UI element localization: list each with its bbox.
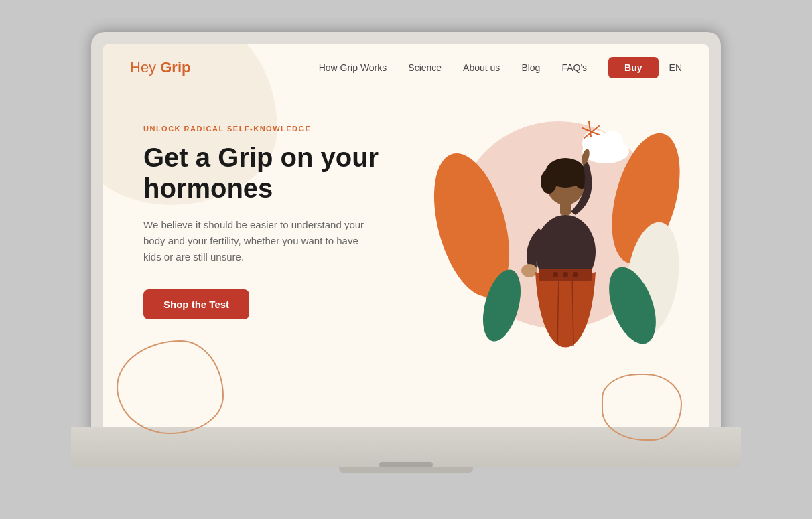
nav-link-blog[interactable]: Blog: [521, 62, 540, 73]
svg-point-23: [553, 272, 558, 277]
nav-item-science[interactable]: Science: [408, 62, 442, 74]
nav-item-buy[interactable]: Buy: [608, 62, 658, 74]
hero-title-line1: Get a Grip on your: [143, 143, 379, 172]
hero-section: UNLOCK RADICAL SELF-KNOWLEDGE Get a Grip…: [103, 91, 709, 386]
nav-link-about-us[interactable]: About us: [463, 62, 500, 73]
nav-link-science[interactable]: Science: [408, 62, 442, 73]
svg-point-24: [563, 272, 568, 277]
nav-link-faqs[interactable]: FAQ's: [561, 62, 587, 73]
svg-point-14: [541, 169, 557, 194]
svg-rect-16: [560, 202, 571, 215]
logo-grip: Grip: [160, 59, 190, 76]
hero-svg-illustration: [405, 98, 686, 366]
nav-item-blog[interactable]: Blog: [521, 62, 540, 74]
svg-point-25: [573, 272, 578, 277]
logo-hey: Hey: [130, 59, 160, 76]
logo[interactable]: Hey Grip: [130, 59, 190, 76]
hero-illustration: [425, 111, 682, 118]
buy-button[interactable]: Buy: [608, 57, 658, 78]
svg-point-8: [602, 131, 623, 152]
nav-item-faqs[interactable]: FAQ's: [561, 62, 587, 74]
hero-title: Get a Grip on your hormones: [143, 142, 425, 204]
shop-the-test-button[interactable]: Shop the Test: [143, 289, 249, 319]
svg-point-19: [521, 264, 537, 277]
hero-description: We believe it should be easier to unders…: [143, 217, 371, 265]
nav-item-how-grip-works[interactable]: How Grip Works: [319, 62, 387, 74]
nav-item-about-us[interactable]: About us: [463, 62, 500, 74]
hero-content: UNLOCK RADICAL SELF-KNOWLEDGE Get a Grip…: [143, 111, 425, 319]
navbar: Hey Grip How Grip Works Science About us…: [103, 44, 709, 91]
hero-subtitle: UNLOCK RADICAL SELF-KNOWLEDGE: [143, 125, 425, 133]
hero-title-line2: hormones: [143, 173, 273, 203]
nav-links: How Grip Works Science About us Blog FAQ…: [319, 62, 659, 74]
laptop-notch: [379, 462, 433, 467]
nav-link-how-grip-works[interactable]: How Grip Works: [319, 62, 387, 73]
language-selector[interactable]: EN: [669, 62, 682, 73]
